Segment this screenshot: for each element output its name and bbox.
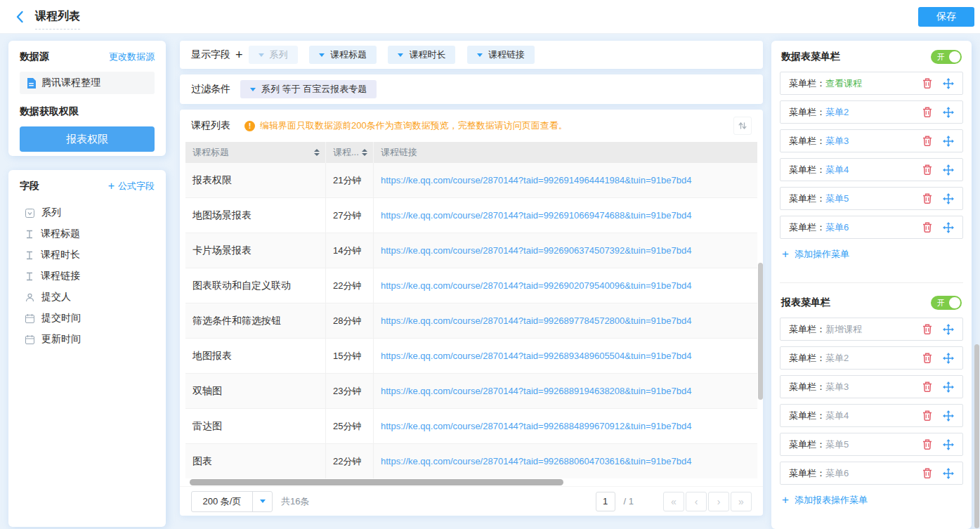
display-field-tag[interactable]: 课程链接 <box>467 46 535 64</box>
delete-icon[interactable] <box>922 136 932 146</box>
field-item-submit-time[interactable]: 提交时间 <box>20 308 155 329</box>
delete-icon[interactable] <box>922 324 932 334</box>
add-display-field-icon[interactable]: + <box>235 48 243 61</box>
table-row[interactable]: 双轴图 23分钟 https://ke.qq.com/course/287014… <box>185 374 757 409</box>
move-icon[interactable] <box>943 353 954 364</box>
move-icon[interactable] <box>943 439 954 450</box>
change-datasource-link[interactable]: 更改数据源 <box>109 51 155 63</box>
field-item-submitter[interactable]: 提交人 <box>20 287 155 308</box>
table-row[interactable]: 报表权限 21分钟 https://ke.qq.com/course/28701… <box>185 163 757 198</box>
cell-course-title: 筛选条件和筛选按钮 <box>185 303 326 338</box>
menu-item-value[interactable]: 菜单6 <box>825 221 849 234</box>
menu-item-value[interactable]: 菜单4 <box>825 410 849 422</box>
report-permission-button[interactable]: 报表权限 <box>20 126 155 152</box>
delete-icon[interactable] <box>922 222 932 233</box>
datasource-item[interactable]: 腾讯课程整理 <box>20 72 155 94</box>
table-menu-section-title: 数据表菜单栏 <box>781 51 840 63</box>
sort-toggle-button[interactable] <box>733 117 752 135</box>
cell-course-duration: 25分钟 <box>326 409 374 443</box>
delete-icon[interactable] <box>922 78 932 89</box>
delete-icon[interactable] <box>922 381 932 392</box>
prev-page-button[interactable]: ‹ <box>686 492 707 511</box>
current-page-input[interactable]: 1 <box>596 492 615 511</box>
page-size-select[interactable]: 200 条/页 <box>191 491 273 512</box>
menu-item-value[interactable]: 菜单5 <box>825 192 849 205</box>
move-icon[interactable] <box>943 107 954 118</box>
move-icon[interactable] <box>943 410 954 422</box>
field-item-update-time[interactable]: 更新时间 <box>20 329 155 350</box>
field-item-course-duration[interactable]: 课程时长 <box>20 244 155 266</box>
course-link[interactable]: https://ke.qq.com/course/2870144?taid=99… <box>381 315 691 326</box>
table-menu-toggle[interactable]: 开 <box>931 50 962 64</box>
add-report-menu-link[interactable]: + 添加报表操作菜单 <box>782 493 963 507</box>
table-row[interactable]: 地图报表 15分钟 https://ke.qq.com/course/28701… <box>185 339 757 374</box>
save-button[interactable]: 保存 <box>918 7 974 27</box>
delete-icon[interactable] <box>922 107 932 117</box>
add-table-menu-link[interactable]: + 添加操作菜单 <box>782 247 963 261</box>
filter-condition-tag[interactable]: 系列 等于 百宝云报表专题 <box>240 80 377 98</box>
move-icon[interactable] <box>943 468 954 479</box>
move-icon[interactable] <box>943 324 954 335</box>
display-field-tag[interactable]: 课程标题 <box>309 46 377 64</box>
course-link[interactable]: https://ke.qq.com/course/2870144?taid=99… <box>381 280 691 291</box>
table-row[interactable]: 筛选条件和筛选按钮 28分钟 https://ke.qq.com/course/… <box>185 303 757 339</box>
field-item-series[interactable]: 系列 <box>20 202 155 223</box>
add-formula-field-link[interactable]: + 公式字段 <box>108 180 155 192</box>
datasource-card: 数据源 更改数据源 腾讯课程整理 数据获取权限 报表权限 <box>8 41 166 156</box>
delete-icon[interactable] <box>922 353 932 363</box>
course-link[interactable]: https://ke.qq.com/course/2870144?taid=99… <box>381 245 691 256</box>
table-vertical-scrollbar[interactable] <box>758 263 763 400</box>
menu-item-value[interactable]: 菜单2 <box>825 106 849 119</box>
move-icon[interactable] <box>943 164 954 176</box>
app-root: 课程列表 保存 数据源 更改数据源 腾讯课程整理 数据获取权限 报表权限 字段 … <box>0 0 980 529</box>
menu-item-value[interactable]: 菜单4 <box>825 164 849 176</box>
table-row[interactable]: 卡片场景报表 14分钟 https://ke.qq.com/course/287… <box>185 233 757 268</box>
display-field-tag[interactable]: 系列 <box>249 46 298 64</box>
field-item-course-title[interactable]: 课程标题 <box>20 223 155 244</box>
delete-icon[interactable] <box>922 164 932 175</box>
table-row[interactable]: 雷达图 25分钟 https://ke.qq.com/course/287014… <box>185 409 757 444</box>
move-icon[interactable] <box>943 136 954 147</box>
chevron-down-icon <box>319 53 325 57</box>
table-row[interactable]: 图表 22分钟 https://ke.qq.com/course/2870144… <box>185 444 757 478</box>
menu-item-value[interactable]: 菜单2 <box>825 352 849 365</box>
first-page-button[interactable]: « <box>663 492 684 511</box>
course-link[interactable]: https://ke.qq.com/course/2870144?taid=99… <box>381 421 691 431</box>
back-icon[interactable] <box>13 9 28 25</box>
delete-icon[interactable] <box>922 410 932 421</box>
delete-icon[interactable] <box>922 439 932 450</box>
menu-item-value[interactable]: 菜单3 <box>825 135 849 148</box>
report-menu-toggle[interactable]: 开 <box>931 296 962 310</box>
next-page-button[interactable]: › <box>708 492 729 511</box>
display-field-tag-label: 课程标题 <box>330 48 367 61</box>
move-icon[interactable] <box>943 193 954 204</box>
field-label: 提交人 <box>41 291 71 303</box>
menu-item-value[interactable]: 菜单3 <box>825 381 849 393</box>
course-link[interactable]: https://ke.qq.com/course/2870144?taid=99… <box>381 351 691 361</box>
course-link[interactable]: https://ke.qq.com/course/2870144?taid=99… <box>381 210 691 221</box>
delete-icon[interactable] <box>922 193 932 204</box>
table-row[interactable]: 地图场景报表 27分钟 https://ke.qq.com/course/287… <box>185 198 757 233</box>
field-item-course-link[interactable]: 课程链接 <box>20 266 155 287</box>
delete-icon[interactable] <box>922 468 932 478</box>
warning-icon: ! <box>244 121 255 131</box>
menu-item-value[interactable]: 菜单6 <box>825 467 849 480</box>
table-horizontal-scrollbar[interactable] <box>190 479 563 485</box>
move-icon[interactable] <box>943 222 954 233</box>
sort-arrows-icon[interactable] <box>314 149 320 156</box>
move-icon[interactable] <box>943 381 954 393</box>
move-icon[interactable] <box>943 78 954 89</box>
menu-item-prefix: 菜单栏： <box>789 221 825 234</box>
course-link[interactable]: https://ke.qq.com/course/2870144?taid=99… <box>381 175 691 185</box>
last-page-button[interactable]: » <box>731 492 752 511</box>
display-field-tag[interactable]: 课程时长 <box>388 46 455 64</box>
table-row[interactable]: 图表联动和自定义联动 22分钟 https://ke.qq.com/course… <box>185 268 757 303</box>
menu-item-value[interactable]: 新增课程 <box>825 323 862 336</box>
sort-arrows-icon[interactable] <box>362 149 367 156</box>
menu-item-value[interactable]: 菜单5 <box>825 438 849 451</box>
course-link[interactable]: https://ke.qq.com/course/2870144?taid=99… <box>381 456 691 466</box>
menu-item-value[interactable]: 查看课程 <box>825 77 862 90</box>
page-vertical-scrollbar[interactable] <box>974 344 979 528</box>
course-link[interactable]: https://ke.qq.com/course/2870144?taid=99… <box>381 386 691 396</box>
chevron-down-icon <box>250 88 256 91</box>
